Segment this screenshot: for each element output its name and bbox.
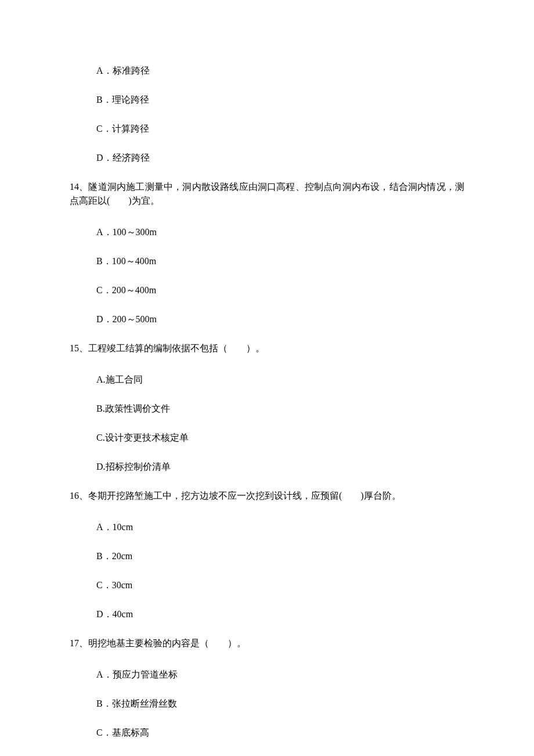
- q17-option-b: B．张拉断丝滑丝数: [70, 697, 464, 711]
- q14-option-b: B．100～400m: [70, 254, 464, 268]
- q16-stem: 16、冬期开挖路堑施工中，挖方边坡不应一次挖到设计线，应预留( )厚台阶。: [70, 489, 464, 503]
- q15-option-a: A.施工合同: [70, 373, 464, 387]
- q14-option-d: D．200～500m: [70, 312, 464, 326]
- q14-stem: 14、隧道洞内施工测量中，洞内散设路线应由洞口高程、控制点向洞内布设，结合洞内情…: [70, 180, 464, 208]
- q16-option-a: A．10cm: [70, 520, 464, 534]
- q17-option-a: A．预应力管道坐标: [70, 668, 464, 682]
- q17-stem: 17、明挖地基主要检验的内容是（ ）。: [70, 636, 464, 650]
- q15-option-b: B.政策性调价文件: [70, 402, 464, 416]
- q16-option-d: D．40cm: [70, 607, 464, 621]
- q15-option-c: C.设计变更技术核定单: [70, 431, 464, 445]
- q16-option-b: B．20cm: [70, 549, 464, 563]
- q16-option-c: C．30cm: [70, 578, 464, 592]
- q13-option-b: B．理论跨径: [70, 93, 464, 107]
- q14-option-a: A．100～300m: [70, 225, 464, 239]
- q13-option-d: D．经济跨径: [70, 151, 464, 165]
- q13-option-c: C．计算跨径: [70, 122, 464, 136]
- q15-stem: 15、工程竣工结算的编制依据不包括（ ）。: [70, 341, 464, 355]
- q15-option-d: D.招标控制价清单: [70, 460, 464, 474]
- q14-option-c: C．200～400m: [70, 283, 464, 297]
- q17-option-c: C．基底标高: [70, 726, 464, 740]
- q13-option-a: A．标准跨径: [70, 64, 464, 78]
